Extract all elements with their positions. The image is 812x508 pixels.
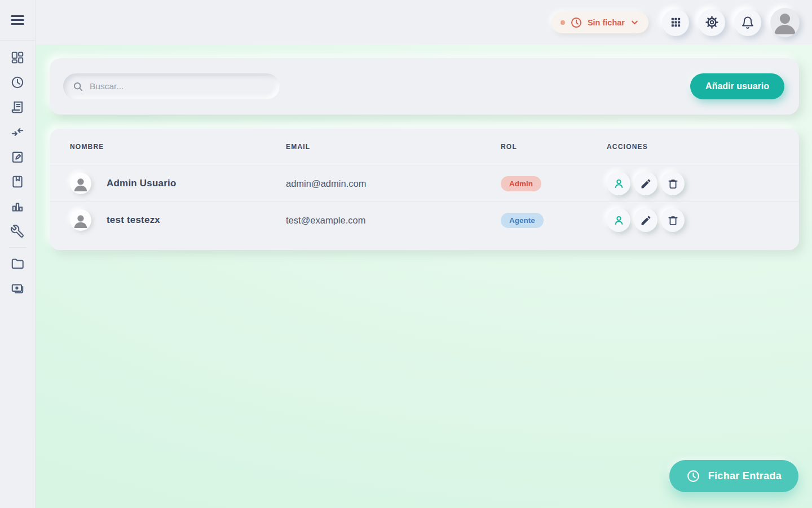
- user-role-cell: Admin: [501, 176, 607, 191]
- clock-in-button[interactable]: Fichar Entrada: [669, 460, 798, 492]
- search-icon: [72, 81, 84, 93]
- row-actions: [607, 208, 799, 232]
- table-row: Admin Usuario admin@admin.com Admin: [50, 165, 799, 202]
- add-user-button[interactable]: Añadir usuario: [690, 73, 784, 99]
- bell-icon: [741, 16, 754, 29]
- bar-chart-icon: [10, 199, 25, 214]
- sidebar-item-requests[interactable]: [5, 144, 30, 169]
- sidebar-item-dashboard[interactable]: [5, 45, 30, 70]
- person-icon: [613, 178, 625, 190]
- column-header-nombre: NOMBRE: [70, 143, 286, 151]
- payments-icon: [10, 281, 25, 296]
- person-silhouette-icon: [71, 176, 90, 194]
- user-role-cell: Agente: [501, 213, 607, 228]
- sidebar-item-bookmarks[interactable]: [5, 169, 30, 194]
- sidebar-item-payroll[interactable]: [5, 276, 30, 301]
- sidebar-item-reports[interactable]: [5, 194, 30, 219]
- clipboard-edit-icon: [10, 150, 25, 164]
- search-box[interactable]: [63, 73, 280, 99]
- person-silhouette-icon: [71, 213, 90, 231]
- settings-button[interactable]: [698, 9, 725, 36]
- users-table-card: NOMBRE EMAIL ROL ACCIONES Admin Usuario …: [50, 129, 799, 250]
- sidebar-item-time[interactable]: [5, 70, 30, 95]
- clock-in-label: Fichar Entrada: [708, 470, 782, 482]
- user-name-cell: Admin Usuario: [70, 173, 286, 194]
- user-name: test testezx: [107, 214, 160, 226]
- sidebar-nav: [5, 41, 30, 301]
- sidebar-divider: [9, 247, 26, 248]
- search-input[interactable]: [90, 81, 271, 91]
- gear-icon: [705, 15, 719, 29]
- pencil-icon: [640, 214, 652, 226]
- chevron-down-icon: [630, 17, 639, 27]
- edit-user-button[interactable]: [634, 172, 657, 195]
- receipt-icon: [10, 100, 25, 115]
- user-name-cell: test testezx: [70, 209, 286, 231]
- trash-icon: [667, 214, 679, 226]
- column-header-acciones: ACCIONES: [607, 143, 799, 151]
- menu-toggle-button[interactable]: [0, 0, 35, 41]
- apps-grid-icon: [669, 16, 682, 29]
- clock-icon: [10, 75, 25, 90]
- transfer-arrows-icon: [10, 125, 25, 139]
- bookmark-icon: [10, 174, 25, 189]
- sidebar-item-movements[interactable]: [5, 120, 30, 144]
- status-label: Sin fichar: [588, 18, 625, 27]
- user-email: test@example.com: [286, 215, 501, 226]
- dashboard-icon: [10, 50, 25, 65]
- user-email: admin@admin.com: [286, 178, 501, 189]
- hamburger-icon: [11, 13, 24, 27]
- view-user-button[interactable]: [607, 208, 630, 232]
- person-silhouette-icon: [770, 11, 800, 37]
- column-header-rol: ROL: [501, 143, 607, 151]
- user-avatar: [70, 209, 91, 231]
- person-icon: [613, 214, 625, 226]
- edit-user-button[interactable]: [634, 208, 657, 232]
- table-header-row: NOMBRE EMAIL ROL ACCIONES: [50, 129, 799, 165]
- role-badge: Agente: [501, 213, 544, 228]
- user-avatar: [70, 173, 91, 194]
- status-dot: [561, 20, 565, 25]
- sidebar-item-files[interactable]: [5, 251, 30, 276]
- clock-icon: [686, 469, 700, 483]
- user-name: Admin Usuario: [107, 178, 176, 189]
- profile-avatar[interactable]: [770, 8, 800, 37]
- topbar: Sin fichar: [36, 0, 812, 45]
- folder-icon: [10, 256, 25, 271]
- sidebar: [0, 0, 36, 508]
- table-row: test testezx test@example.com Agente: [50, 202, 799, 238]
- delete-user-button[interactable]: [661, 208, 685, 232]
- role-badge: Admin: [501, 176, 541, 191]
- notifications-button[interactable]: [734, 9, 761, 36]
- toolbar-card: Añadir usuario: [50, 58, 799, 115]
- main-content: Añadir usuario NOMBRE EMAIL ROL ACCIONES…: [36, 45, 812, 508]
- delete-user-button[interactable]: [661, 172, 685, 195]
- apps-button[interactable]: [662, 9, 689, 36]
- view-user-button[interactable]: [607, 172, 630, 195]
- row-actions: [607, 172, 799, 195]
- clock-status-pill[interactable]: Sin fichar: [551, 12, 648, 33]
- trash-icon: [667, 178, 679, 190]
- sidebar-item-records[interactable]: [5, 95, 30, 120]
- wrench-icon: [10, 224, 25, 239]
- sidebar-item-tools[interactable]: [5, 219, 30, 244]
- status-clock-icon: [570, 16, 582, 29]
- column-header-email: EMAIL: [286, 143, 501, 151]
- pencil-icon: [640, 178, 652, 190]
